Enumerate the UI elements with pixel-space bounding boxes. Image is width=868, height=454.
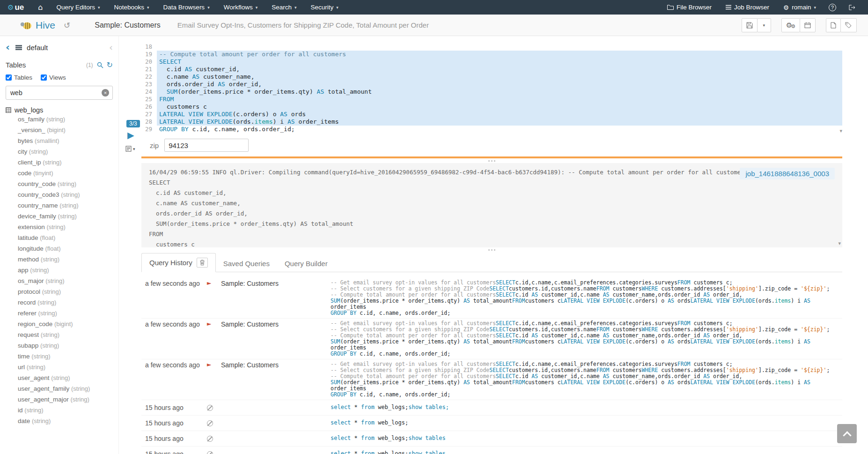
column-item-time[interactable]: time (string) <box>6 351 113 362</box>
editor-scroll-down-arrow[interactable]: ▾ <box>839 128 842 134</box>
save-button[interactable] <box>742 18 758 32</box>
table-search-button[interactable] <box>97 62 103 68</box>
column-item-protocol[interactable]: protocol (string) <box>6 286 113 297</box>
table-search-input[interactable] <box>6 86 113 100</box>
column-item-referer[interactable]: referer (string) <box>6 308 113 319</box>
editor-line[interactable]: 24 SUM(order_items.price * order_items.q… <box>141 88 842 96</box>
delete-history-button[interactable] <box>197 258 208 268</box>
variable-row: zip <box>150 139 842 152</box>
editor-line[interactable]: 28LATERAL VIEW EXPLODE(ords.items) i AS … <box>141 118 842 126</box>
sql-editor[interactable]: 1819-- Compute total amount per order fo… <box>141 43 842 133</box>
editor-settings-button[interactable]: ▾ <box>125 146 135 152</box>
history-row[interactable]: a few seconds ago►Sample: Customers-- Ge… <box>141 278 842 319</box>
resize-handle[interactable] <box>141 248 842 252</box>
tab-saved-queries[interactable]: Saved Queries <box>216 255 277 272</box>
table-item-web-logs[interactable]: web_logs <box>6 106 113 114</box>
sql-token: LATERAL VIEW EXPLODE <box>159 118 233 125</box>
editor-line[interactable]: 20SELECT <box>141 58 842 66</box>
history-row[interactable]: a few seconds ago►Sample: Customers-- Ge… <box>141 319 842 359</box>
column-item-os_major[interactable]: os_major (string) <box>6 275 113 286</box>
column-item-city[interactable]: city (string) <box>6 146 113 157</box>
job-link[interactable]: job_1461888648136_0003 <box>740 168 835 179</box>
user-menu[interactable]: ⚙ romain ▾ <box>776 0 823 15</box>
editor-line[interactable]: 22 c.name AS customer_name, <box>141 73 842 81</box>
settings-button[interactable]: ⚙ ⚙ <box>781 18 800 32</box>
column-item-device_family[interactable]: device_family (string) <box>6 211 113 222</box>
database-name[interactable]: default <box>27 44 48 52</box>
column-item-extension[interactable]: extension (string) <box>6 222 113 232</box>
logout-button[interactable] <box>842 0 862 15</box>
clear-search-button[interactable]: × <box>102 89 109 97</box>
editor-line[interactable]: 21 c.id AS customer_id, <box>141 66 842 73</box>
resize-handle[interactable] <box>141 159 842 163</box>
column-item-client_ip[interactable]: client_ip (string) <box>6 157 113 168</box>
file-browser-button[interactable]: File Browser <box>660 0 719 15</box>
views-checkbox[interactable] <box>41 74 47 81</box>
editor-line[interactable]: 23 ords.order_id AS order_id, <box>141 81 842 88</box>
filter-views[interactable]: Views <box>41 74 66 81</box>
column-item-app[interactable]: app (string) <box>6 265 113 275</box>
sql-token: customers c; <box>691 361 733 367</box>
filter-tables[interactable]: Tables <box>6 74 32 81</box>
hue-logo[interactable]: ⚙ ue <box>0 3 31 12</box>
collapse-assist-icon[interactable]: ‹ <box>109 42 113 53</box>
editor-line[interactable]: 26 customers c <box>141 103 842 111</box>
column-item-longitude[interactable]: longitude (float) <box>6 243 113 254</box>
menu-query-editors[interactable]: Query Editors▾ <box>49 0 107 15</box>
column-item-bytes[interactable]: bytes (smallint) <box>6 135 113 146</box>
column-item-user_agent_major[interactable]: user_agent_major (string) <box>6 394 113 405</box>
job-browser-button[interactable]: Job Browser <box>719 0 776 15</box>
column-item-id[interactable]: id (string) <box>6 405 113 416</box>
column-item-date[interactable]: date (string) <box>6 416 113 426</box>
column-item-url[interactable]: url (string) <box>6 362 113 372</box>
help-button[interactable]: ? <box>829 4 836 11</box>
refresh-icon[interactable]: ↻ <box>107 60 113 69</box>
menu-search[interactable]: Search▾ <box>265 0 303 15</box>
history-row[interactable]: 15 hours agoselect * from web_logs;show … <box>141 431 842 447</box>
column-item-code[interactable]: code (tinyint) <box>6 168 113 179</box>
menu-workflows[interactable]: Workflows▾ <box>217 0 265 15</box>
column-item-record[interactable]: record (string) <box>6 297 113 308</box>
menu-data-browsers[interactable]: Data Browsers▾ <box>156 0 217 15</box>
column-item-country_code[interactable]: country_code (string) <box>6 179 113 189</box>
column-item-user_agent_family[interactable]: user_agent_family (string) <box>6 383 113 394</box>
hive-app-block[interactable]: Hive <box>20 20 55 31</box>
column-item-latitude[interactable]: latitude (float) <box>6 232 113 243</box>
column-item-os_family[interactable]: os_family (string) <box>6 114 113 125</box>
editor-line[interactable]: 27LATERAL VIEW EXPLODE(c.orders) o AS or… <box>141 111 842 118</box>
history-row[interactable]: 15 hours agoselect * from web_logs;show … <box>141 447 842 454</box>
column-item-user_agent[interactable]: user_agent (string) <box>6 372 113 383</box>
tags-button[interactable] <box>840 18 857 32</box>
scroll-to-top-button[interactable] <box>837 424 857 443</box>
editor-line[interactable]: 19-- Compute total amount per order for … <box>141 51 842 58</box>
execute-button[interactable]: ▶ <box>127 130 134 140</box>
query-history-icon[interactable]: ↺ <box>64 21 70 30</box>
menu-security[interactable]: Security▾ <box>304 0 346 15</box>
documentation-button[interactable] <box>826 18 841 32</box>
column-item-_version_[interactable]: _version_ (bigint) <box>6 125 113 135</box>
tables-checkbox[interactable] <box>6 74 12 81</box>
history-row[interactable]: 15 hours agoselect * from web_logs;show … <box>141 400 842 416</box>
sql-token: AS <box>603 332 610 339</box>
column-item-country_code3[interactable]: country_code3 (string) <box>6 189 113 200</box>
editor-line[interactable]: 25FROM <box>141 96 842 103</box>
history-row[interactable]: a few seconds ago►Sample: Customers-- Ge… <box>141 359 842 400</box>
column-item-subapp[interactable]: subapp (string) <box>6 340 113 351</box>
menu-notebooks[interactable]: Notebooks▾ <box>107 0 156 15</box>
column-item-method[interactable]: method (string) <box>6 254 113 265</box>
log-scroll-down-arrow[interactable]: ▾ <box>838 240 841 246</box>
column-name: time <box>18 353 30 360</box>
editor-line[interactable]: 29GROUP BY c.id, c.name, ords.order_id; <box>141 126 842 133</box>
editor-line[interactable]: 18 <box>141 43 842 51</box>
column-item-country_name[interactable]: country_name (string) <box>6 200 113 211</box>
history-row[interactable]: 15 hours agoselect * from web_logs; <box>141 416 842 431</box>
tab-query-history[interactable]: Query History <box>141 253 216 272</box>
tab-query-builder[interactable]: Query Builder <box>277 255 335 272</box>
column-item-request[interactable]: request (string) <box>6 329 113 340</box>
schedule-button[interactable] <box>800 18 816 32</box>
back-chevron-icon[interactable]: ‹ <box>6 42 10 52</box>
variable-zip-input[interactable] <box>164 139 249 152</box>
home-button[interactable]: ⌂ <box>31 3 49 12</box>
save-dropdown-button[interactable]: ▾ <box>757 18 771 32</box>
column-item-region_code[interactable]: region_code (bigint) <box>6 319 113 329</box>
